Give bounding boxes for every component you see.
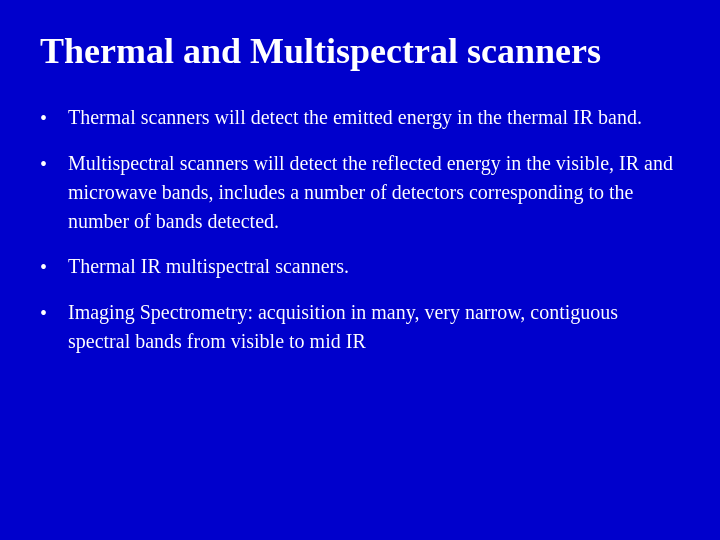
bullet-dot-4: • <box>40 299 68 328</box>
bullet-text-2: Multispectral scanners will detect the r… <box>68 149 680 236</box>
slide-title: Thermal and Multispectral scanners <box>40 30 680 73</box>
bullet-text-3: Thermal IR multispectral scanners. <box>68 252 680 281</box>
list-item: • Thermal IR multispectral scanners. <box>40 252 680 282</box>
bullet-dot-3: • <box>40 253 68 282</box>
bullet-text-1: Thermal scanners will detect the emitted… <box>68 103 680 132</box>
slide-content: • Thermal scanners will detect the emitt… <box>40 103 680 510</box>
slide: Thermal and Multispectral scanners • The… <box>0 0 720 540</box>
list-item: • Imaging Spectrometry: acquisition in m… <box>40 298 680 356</box>
bullet-dot-2: • <box>40 150 68 179</box>
bullet-text-4: Imaging Spectrometry: acquisition in man… <box>68 298 680 356</box>
list-item: • Multispectral scanners will detect the… <box>40 149 680 236</box>
bullet-dot-1: • <box>40 104 68 133</box>
list-item: • Thermal scanners will detect the emitt… <box>40 103 680 133</box>
